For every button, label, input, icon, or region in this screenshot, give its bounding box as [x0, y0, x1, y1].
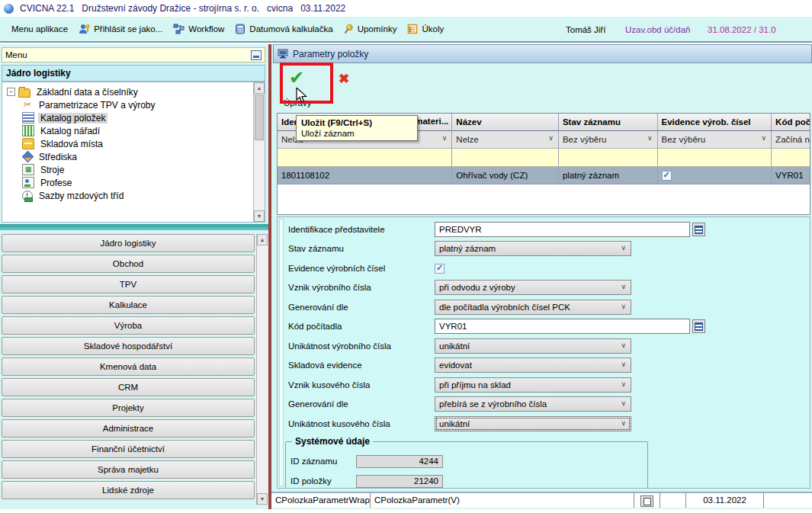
stav-zaznamu-select[interactable]: platný záznam [435, 241, 631, 256]
closing-period-label: Uzav.obd úč/daň [625, 25, 690, 34]
vznik-vyrobniho-cisla-select[interactable]: při odvodu z výroby [435, 280, 631, 295]
field-label-generovani-dle-kus: Generování dle [288, 399, 435, 409]
identifikace-lookup-button[interactable] [692, 223, 705, 236]
kod-pocitadla-lookup-button[interactable] [692, 319, 705, 333]
window-form-icon [278, 49, 288, 59]
form-splitter-handle[interactable] [279, 219, 284, 486]
tree-item-parametrizace[interactable]: ✂ Parametrizace TPV a výroby [22, 98, 265, 111]
tree-item-stroje[interactable]: ▦ Stroje [22, 163, 265, 176]
module-kmenova-data[interactable]: Kmenová data [2, 357, 255, 376]
accordion-scrollbar[interactable]: ▲ ▼ [256, 234, 268, 505]
module-kalkulace[interactable]: Kalkulace [2, 296, 255, 314]
tree-root-item[interactable]: − Základní data a číselníky [2, 85, 265, 98]
module-vyroba[interactable]: Výroba [2, 316, 255, 335]
status-date: 03.11.2022 [686, 493, 764, 508]
search-cell-kod[interactable] [772, 149, 810, 167]
menu-panel-header: Menu [2, 47, 265, 63]
tooltip-title: Uložit (F9/Ctrl+S) [301, 118, 412, 127]
row-cell-nazev[interactable]: Ohřívač vody (CZ) [452, 167, 559, 184]
module-crm[interactable]: CRM [2, 378, 255, 396]
restore-window-button[interactable] [640, 495, 653, 507]
filter-stav[interactable]: Bez výběru [559, 131, 658, 149]
column-header-stav[interactable]: Stav záznamu [559, 114, 658, 131]
clock-money-icon [22, 191, 33, 201]
menu-item-tasks[interactable]: Úkoly [402, 21, 449, 37]
system-data-groupbox: Systémové údaje ID záznamu 4244 ID polož… [285, 441, 648, 489]
accordion-scroll-up-arrow[interactable]: ▲ [257, 234, 268, 245]
column-header-kod[interactable]: Kód poč [772, 114, 810, 131]
row-cell-kod[interactable]: VYR01 [772, 167, 810, 184]
menu-item-date-calculator[interactable]: Datumová kalkulačka [229, 21, 338, 37]
unikatnost-kusoveho-cisla-select[interactable]: unikátní [435, 416, 631, 431]
tree-item-profese[interactable]: Profese [22, 176, 265, 189]
search-cell-identifikace[interactable] [278, 149, 452, 167]
module-obchod[interactable]: Obchod [2, 255, 255, 273]
row-cell-identifikace[interactable]: 1801108102 [278, 167, 452, 184]
field-label-unikatnost-kusoveho-cisla: Unikátnost kusového čísla [288, 419, 435, 428]
generovani-dle-vyr-select[interactable]: dle počítadla výrobních čísel PCK [435, 300, 631, 315]
grid-data-row[interactable]: 1801108102 Ohřívač vody (CZ) platný zázn… [278, 167, 810, 184]
tree-item-strediska[interactable]: Střediska [22, 150, 265, 163]
module-sprava-majetku[interactable]: Správa majetku [2, 460, 255, 479]
system-data-title: Systémové údaje [292, 436, 373, 447]
evidence-checkbox[interactable] [662, 171, 672, 181]
module-administrace[interactable]: Administrace [2, 419, 255, 438]
skladova-evidence-select[interactable]: evidovat [435, 357, 631, 373]
status-bar: CPolozkaParametrWrapp CPolozkaParametr(V… [271, 492, 812, 508]
search-cell-nazev[interactable] [452, 149, 559, 167]
menu-item-app-menu[interactable]: Menu aplikace [6, 22, 73, 36]
status-class-name: CPolozkaParametr(V) [371, 493, 634, 508]
collapse-panel-button[interactable] [251, 50, 262, 60]
tree-section-title: Jádro logistiky [2, 65, 265, 82]
lookup-grid-icon [695, 322, 703, 331]
module-skladove-hospodarstvi[interactable]: Skladové hospodářství [2, 337, 255, 355]
tree-scroll-down-arrow[interactable]: ▼ [254, 210, 265, 222]
app-icon [4, 4, 14, 14]
tool-catalog-icon [22, 125, 34, 136]
module-jadro-logistiky[interactable]: Jádro logistiky [2, 234, 255, 252]
tree-scroll-up-arrow[interactable]: ▲ [254, 82, 265, 94]
row-cell-stav[interactable]: platný záznam [559, 167, 658, 184]
cancel-button[interactable]: ✖ [339, 71, 349, 87]
id-polozky-label: ID položky [290, 476, 356, 486]
menu-item-login[interactable]: Přihlásit se jako... [73, 21, 168, 37]
module-tpv[interactable]: TPV [2, 275, 255, 293]
module-financni-ucetnictvi[interactable]: Finanční účetnictví [2, 440, 255, 458]
id-polozky-value: 21240 [356, 475, 443, 488]
tree-scrollbar[interactable]: ▲ ▼ [253, 82, 265, 222]
column-header-evidence[interactable]: Evidence výrob. čísel [658, 114, 772, 131]
tree-item-katalog-naradi[interactable]: Katalog nářadí [22, 124, 265, 137]
module-projekty[interactable]: Projekty [2, 399, 255, 417]
filter-kod[interactable]: Začíná n [772, 131, 810, 149]
identifikace-predstavitele-input[interactable]: PREDVYR [435, 222, 690, 237]
module-lidske-zdroje[interactable]: Lidské zdroje [2, 481, 255, 499]
field-label-stav-zaznamu: Stav záznamu [288, 244, 435, 253]
unikatnost-vyrobniho-cisla-select[interactable]: unikátní [435, 338, 631, 354]
vznik-kusoveho-cisla-select[interactable]: při příjmu na sklad [435, 377, 631, 393]
tree-item-sazby[interactable]: Sazby mzdových tříd [22, 189, 265, 202]
row-cell-evidence[interactable] [658, 167, 772, 184]
filter-nazev[interactable]: Nelze [452, 131, 559, 149]
horizontal-splitter[interactable] [0, 224, 268, 230]
accordion-scroll-down-arrow[interactable]: ▼ [257, 493, 268, 505]
tree-expander-icon[interactable]: − [7, 88, 15, 96]
login-user-icon [79, 24, 90, 34]
filter-evidence[interactable]: Bez výběru [658, 131, 772, 149]
navigation-tree: − Základní data a číselníky ✂ Parametriz… [2, 82, 265, 223]
evidence-vyrobnich-cisel-checkbox[interactable] [435, 264, 445, 274]
menu-item-reminders[interactable]: Upomínky [339, 21, 403, 37]
tasks-list-icon [407, 24, 418, 34]
generovani-dle-kus-select[interactable]: přebírá se z výrobního čísla [435, 396, 631, 412]
field-label-generovani-dle-vyr: Generování dle [288, 303, 435, 312]
panel-caption: Parametry položky [273, 44, 812, 63]
pushpin-icon [344, 24, 354, 34]
column-header-nazev[interactable]: Název [452, 114, 559, 131]
tree-item-katalog-polozek[interactable]: Katalog položek [22, 111, 265, 124]
kod-pocitadla-input[interactable]: VYR01 [435, 319, 690, 334]
status-empty-cell-2 [764, 493, 812, 508]
search-cell-stav[interactable] [559, 149, 658, 167]
lookup-grid-icon [695, 226, 703, 234]
search-cell-evidence[interactable] [658, 149, 772, 167]
menu-item-workflow[interactable]: Workflow [168, 21, 229, 37]
tree-item-skladova-mista[interactable]: Skladová místa [22, 137, 265, 150]
